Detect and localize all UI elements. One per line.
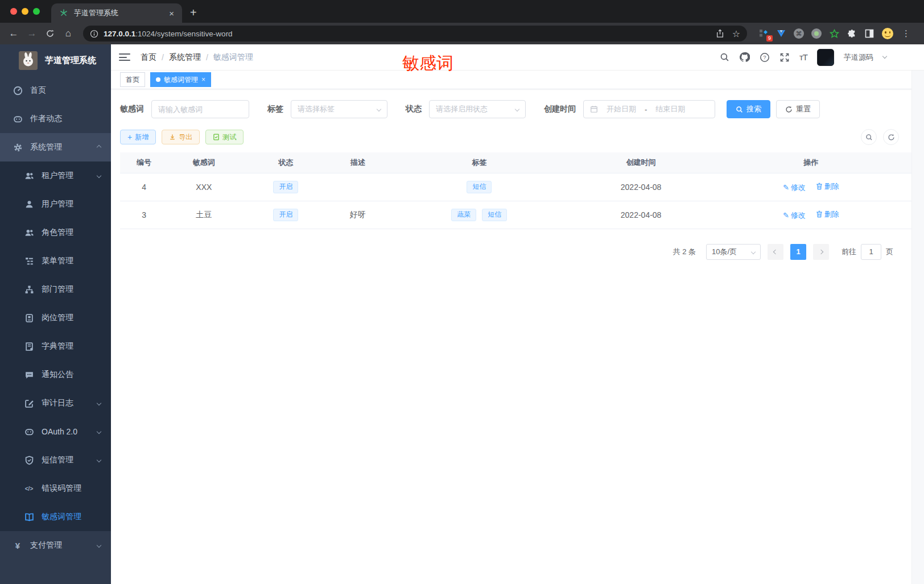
tab-close-icon[interactable]: × <box>167 9 176 18</box>
refresh-table-button[interactable] <box>883 129 899 145</box>
page-size-value: 10条/页 <box>712 247 737 257</box>
search-button[interactable]: 搜索 <box>727 100 770 118</box>
browser-tab-title: 芋道管理系统 <box>74 8 167 18</box>
sidebar-item-dept[interactable]: 部门管理 <box>0 275 111 304</box>
page-number-button[interactable]: 1 <box>790 244 806 260</box>
date-range-picker[interactable]: 开始日期 - 结束日期 <box>583 100 715 118</box>
user-avatar[interactable] <box>817 49 834 66</box>
show-search-button[interactable] <box>861 129 877 145</box>
sidebar-item-label: 短信管理 <box>42 455 73 465</box>
search-icon[interactable] <box>720 52 729 62</box>
tag-select[interactable]: 请选择标签 <box>291 100 387 118</box>
user-icon <box>24 200 34 209</box>
breadcrumb-system[interactable]: 系统管理 <box>169 52 201 63</box>
sidebar-item-dict[interactable]: 字典管理 <box>0 332 111 361</box>
reset-button[interactable]: 重置 <box>776 100 820 118</box>
home-icon[interactable]: ⌂ <box>60 28 76 39</box>
site-info-icon[interactable] <box>90 30 98 38</box>
page-size-select[interactable]: 10条/页 <box>706 244 761 260</box>
add-button-label: 新增 <box>135 132 148 142</box>
export-button[interactable]: 导出 <box>162 130 200 144</box>
tag-label: 首页 <box>126 75 139 85</box>
calendar-icon <box>590 105 598 113</box>
search-form: 敏感词 标签 请选择标签 状态 请选择启用状态 <box>120 100 915 118</box>
tag-home[interactable]: 首页 <box>120 72 145 87</box>
sidebar-item-menu[interactable]: 菜单管理 <box>0 247 111 275</box>
sidebar-item-audit-log[interactable]: 审计日志 <box>0 389 111 417</box>
reload-icon[interactable] <box>42 29 58 38</box>
cell-create-time: 2022-04-08 <box>575 201 707 229</box>
page-unit-label: 页 <box>886 247 893 257</box>
zoom-window-button[interactable] <box>33 8 40 15</box>
search-button-label: 搜索 <box>746 104 761 114</box>
scrollbar-gutter[interactable] <box>911 71 924 584</box>
browser-menu-icon[interactable]: ⋮ <box>901 28 914 39</box>
back-icon[interactable]: ← <box>6 28 22 39</box>
bookmark-star-icon[interactable]: ☆ <box>732 28 740 39</box>
vue-devtools-icon[interactable] <box>776 28 786 39</box>
cell-tags: 蔬菜 短信 <box>383 201 575 229</box>
delete-link[interactable]: 删除 <box>816 209 839 219</box>
prev-page-button[interactable] <box>768 244 783 260</box>
sidebar-item-home[interactable]: 首页 <box>0 76 111 105</box>
tag-badge: 短信 <box>467 181 492 193</box>
extension-grid-icon[interactable]: 9 <box>758 28 769 39</box>
goto-page-input[interactable] <box>861 244 881 260</box>
role-users-icon <box>24 228 34 238</box>
code-icon: </> <box>24 486 34 492</box>
fullscreen-icon[interactable] <box>779 52 790 63</box>
minimize-window-button[interactable] <box>22 8 28 15</box>
sidebar-item-system-manage[interactable]: 系统管理 <box>0 133 111 161</box>
sidebar-item-label: 作者动态 <box>30 114 62 124</box>
window-controls[interactable] <box>0 0 51 23</box>
reset-button-label: 重置 <box>796 104 811 114</box>
url-bar[interactable]: 127.0.0.1:1024/system/sensitive-word ☆ <box>83 26 747 42</box>
browser-tab[interactable]: 芋道管理系统 × <box>51 3 182 23</box>
next-page-button[interactable] <box>813 244 829 260</box>
sidebar-item-notice[interactable]: 通知公告 <box>0 361 111 389</box>
sidebar-item-label: 岗位管理 <box>42 313 73 323</box>
user-menu-caret-icon[interactable] <box>882 54 887 59</box>
username[interactable]: 芋道源码 <box>844 52 873 63</box>
sidebar-item-error-code[interactable]: </> 错误码管理 <box>0 474 111 503</box>
breadcrumb-home[interactable]: 首页 <box>141 52 156 63</box>
goto-label: 前往 <box>842 247 856 257</box>
extensions-puzzle-icon[interactable] <box>847 28 857 39</box>
sidebar-item-sensitive-word[interactable]: 敏感词管理 <box>0 503 111 531</box>
test-button[interactable]: 测试 <box>205 130 244 144</box>
tag-close-icon[interactable]: × <box>201 76 205 84</box>
sidebar-item-sms[interactable]: 短信管理 <box>0 446 111 474</box>
edit-link[interactable]: ✎修改 <box>783 183 806 193</box>
sidebar-item-post[interactable]: 岗位管理 <box>0 304 111 332</box>
sidebar-item-label: 通知公告 <box>42 370 73 380</box>
pencil-icon: ✎ <box>783 211 789 219</box>
split-view-icon[interactable] <box>864 28 874 39</box>
tag-filter-label: 标签 <box>267 104 283 114</box>
sidebar-item-author-news[interactable]: 作者动态 <box>0 105 111 133</box>
sidebar-item-role[interactable]: 角色管理 <box>0 218 111 247</box>
delete-link[interactable]: 删除 <box>816 181 839 192</box>
sidebar-collapse-icon[interactable] <box>119 53 130 61</box>
status-select[interactable]: 请选择启用状态 <box>429 100 526 118</box>
new-tab-button[interactable]: + <box>190 6 197 19</box>
add-button[interactable]: + 新增 <box>120 130 156 144</box>
svg-text:?: ? <box>763 54 766 60</box>
help-icon[interactable]: ? <box>760 52 770 63</box>
font-size-icon[interactable]: тT <box>799 52 807 62</box>
github-icon[interactable] <box>739 52 750 63</box>
recorder-extension-icon[interactable] <box>811 28 822 39</box>
keyword-input[interactable] <box>151 100 249 118</box>
close-window-button[interactable] <box>10 8 17 15</box>
tag-sensitive-word[interactable]: 敏感词管理 × <box>150 72 211 87</box>
sidebar-item-pay[interactable]: ¥ 支付管理 <box>0 531 111 560</box>
sidebar-logo[interactable]: 芋道管理系统 <box>0 44 111 76</box>
sidebar-item-user[interactable]: 用户管理 <box>0 190 111 218</box>
edit-link[interactable]: ✎修改 <box>783 210 806 221</box>
profile-avatar-icon[interactable] <box>882 28 893 39</box>
star-extension-icon[interactable] <box>829 28 839 39</box>
forward-icon[interactable]: → <box>24 28 40 39</box>
sidebar-item-oauth[interactable]: OAuth 2.0 <box>0 417 111 446</box>
command-extension-icon[interactable]: ⌘ <box>794 28 804 39</box>
sidebar-item-tenant[interactable]: 租户管理 <box>0 161 111 190</box>
share-icon[interactable] <box>716 29 724 38</box>
